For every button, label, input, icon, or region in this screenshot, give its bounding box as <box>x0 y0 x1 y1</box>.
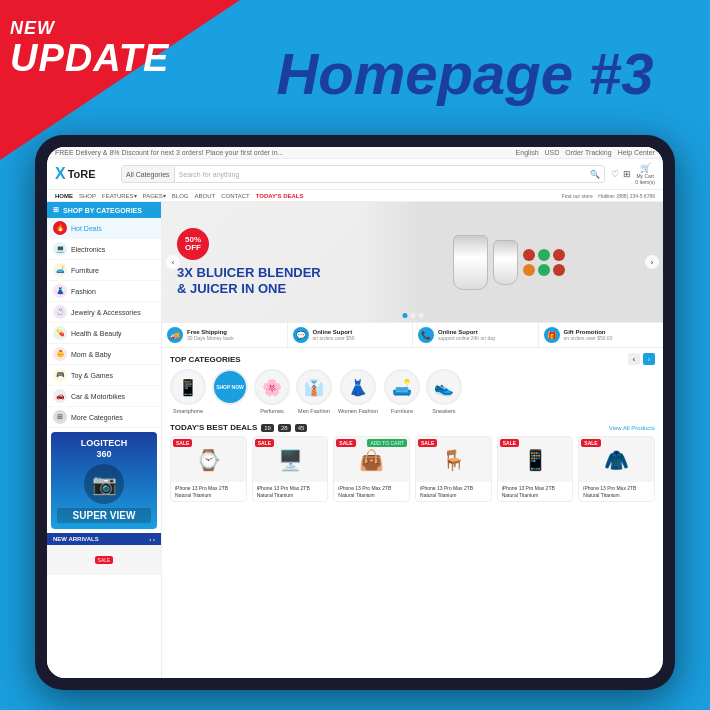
add-to-cart-badge[interactable]: ADD TO CART <box>367 439 407 447</box>
hero-title: 3X BLUICER BLENDER & JUICER IN ONE <box>177 265 321 296</box>
sidebar-item-more[interactable]: ⊞ More Categories <box>47 407 161 428</box>
search-icon[interactable]: 🔍 <box>586 170 604 179</box>
search-category[interactable]: All Categories <box>122 166 175 182</box>
banner-dot-2[interactable] <box>410 313 415 318</box>
cart-button[interactable]: 🛒 My Cart 0 Item(s) <box>635 163 655 185</box>
sidebar-dot-mom: 👶 <box>53 347 67 361</box>
feature-gift-desc: on orders over $50 00 <box>564 335 613 341</box>
hero-image <box>362 202 663 322</box>
compare-icon[interactable]: ⊞ <box>623 169 631 179</box>
cat-circle-smartphone: 📱 <box>170 369 206 405</box>
feature-shipping-desc: 30 Days Money back <box>187 335 234 341</box>
fruit-green2 <box>538 264 550 276</box>
banner-next-button[interactable]: › <box>645 255 659 269</box>
topbar-currency[interactable]: USD <box>545 149 560 156</box>
fruit-apple1 <box>523 249 535 261</box>
nav-shop[interactable]: SHOP <box>79 193 96 199</box>
sidebar-item-mom[interactable]: 👶 Mom & Baby <box>47 344 161 365</box>
banner-dot-1[interactable] <box>402 313 407 318</box>
deal-info-2: iPhone 13 Pro Max 2TB Natural Titanium <box>253 482 328 501</box>
hotline: Hotline: (888) 234-5 6789 <box>598 193 655 199</box>
nav-pages[interactable]: PAGES▾ <box>143 192 166 199</box>
deal-info-1: iPhone 13 Pro Max 2TB Natural Titanium <box>171 482 246 501</box>
nav-deals[interactable]: TODAY'S DEALS <box>256 193 304 199</box>
sidebar-item-furniture[interactable]: 🛋️ Furniture <box>47 260 161 281</box>
cat-circle-perfumes: 🌸 <box>254 369 290 405</box>
sidebar-dot-hot: 🔥 <box>53 221 67 235</box>
cat-shop-now[interactable]: SHOP NOW <box>212 369 248 414</box>
feature-support1-text: Online Suport on orders over $50 <box>313 329 355 341</box>
sidebar-dot-health: 💊 <box>53 326 67 340</box>
find-store[interactable]: Find our store <box>562 193 593 199</box>
deal-card-4[interactable]: 🪑 SALE iPhone 13 Pro Max 2TB Natural Tit… <box>415 436 492 502</box>
cat-label-men: Men Fashion <box>298 408 330 414</box>
categories-prev[interactable]: ‹ <box>628 353 640 365</box>
sidebar-item-health[interactable]: 💊 Health & Beauty <box>47 323 161 344</box>
categories-next[interactable]: › <box>643 353 655 365</box>
sale-badge-5: SALE <box>500 439 519 447</box>
cat-furniture[interactable]: 🛋️ Furniture <box>384 369 420 414</box>
deal-card-6[interactable]: 🧥 SALE iPhone 13 Pro Max 2TB Natural Tit… <box>578 436 655 502</box>
cat-label-furniture: Furniture <box>391 408 413 414</box>
sidebar-item-car[interactable]: 🚗 Car & Motorbikes <box>47 386 161 407</box>
sale-badge-new: SALE <box>95 556 114 564</box>
deal-card-3[interactable]: 👜 SALE ADD TO CART iPhone 13 Pro Max 2TB… <box>333 436 410 502</box>
deal-info-3: iPhone 13 Pro Max 2TB Natural Titanium <box>334 482 409 501</box>
cat-women-fashion[interactable]: 👗 Women Fashion <box>338 369 378 414</box>
nav-home[interactable]: HOME <box>55 193 73 199</box>
nav-about[interactable]: ABOUT <box>195 193 216 199</box>
new-arrivals-nav[interactable]: ‹ › <box>149 536 155 542</box>
deal-name-6: iPhone 13 Pro Max 2TB Natural Titanium <box>583 485 650 498</box>
fruit-apple2 <box>553 249 565 261</box>
wishlist-icon[interactable]: ♡ <box>611 169 619 179</box>
banner-dot-3[interactable] <box>418 313 423 318</box>
features-strip: 🚚 Free Shipping 30 Days Money back 💬 Onl… <box>162 322 663 348</box>
logo-x: X <box>55 165 66 183</box>
nav-blog[interactable]: BLOG <box>172 193 189 199</box>
deals-row: ⌚ SALE iPhone 13 Pro Max 2TB Natural Tit… <box>170 436 655 502</box>
sidebar-label-jew: Jewelry & Accessories <box>71 309 141 316</box>
cat-sneakers[interactable]: 👟 Sneakers <box>426 369 462 414</box>
topbar-help[interactable]: Help Center <box>618 149 655 156</box>
blender-visual <box>453 235 573 290</box>
blender-shape <box>453 235 488 290</box>
banner-dots <box>402 313 423 318</box>
cat-label-perfumes: Perfumes <box>260 408 284 414</box>
deal-info-5: iPhone 13 Pro Max 2TB Natural Titanium <box>498 482 573 501</box>
sidebar-item-hot-deals[interactable]: 🔥 Hot Deals <box>47 218 161 239</box>
categories-row: 📱 Smartphone SHOP NOW 🌸 Perfumes 👔 <box>170 369 655 414</box>
support2-icon: 📞 <box>418 327 434 343</box>
view-all-link[interactable]: View All Products <box>609 425 655 431</box>
sale-badge-3: SALE <box>336 439 355 447</box>
sidebar: ⊞ SHOP BY CATEGORIES 🔥 Hot Deals 💻 Elect… <box>47 202 162 678</box>
feature-shipping-text: Free Shipping 30 Days Money back <box>187 329 234 341</box>
nav-features[interactable]: FEATURES▾ <box>102 192 137 199</box>
deal-name-2: iPhone 13 Pro Max 2TB Natural Titanium <box>257 485 324 498</box>
search-bar[interactable]: All Categories Search for anything 🔍 <box>121 165 605 183</box>
topbar-lang[interactable]: English <box>516 149 539 156</box>
deals-section: TODAY'S BEST DEALS 19 28 45 View All Pro… <box>162 419 663 506</box>
sidebar-item-electronics[interactable]: 💻 Electronics <box>47 239 161 260</box>
topbar-tracking[interactable]: Order Tracking <box>565 149 611 156</box>
deal-card-2[interactable]: 🖥️ SALE iPhone 13 Pro Max 2TB Natural Ti… <box>252 436 329 502</box>
deal-card-1[interactable]: ⌚ SALE iPhone 13 Pro Max 2TB Natural Tit… <box>170 436 247 502</box>
topbar-promo: FREE Delivery & 8% Discount for next 3 o… <box>55 149 283 156</box>
sidebar-item-fashion[interactable]: 👗 Fashion <box>47 281 161 302</box>
cat-men-fashion[interactable]: 👔 Men Fashion <box>296 369 332 414</box>
logo[interactable]: X ToRE <box>55 165 115 183</box>
search-input[interactable]: Search for anything <box>175 166 587 182</box>
banner-prev-button[interactable]: ‹ <box>166 255 180 269</box>
gift-icon: 🎁 <box>544 327 560 343</box>
deal-name-4: iPhone 13 Pro Max 2TB Natural Titanium <box>420 485 487 498</box>
sidebar-item-jewelry[interactable]: 💍 Jewelry & Accessories <box>47 302 161 323</box>
timer-mins: 28 <box>278 424 291 432</box>
cat-circle-sneakers: 👟 <box>426 369 462 405</box>
new-label: NEW <box>10 18 169 39</box>
cat-smartphone[interactable]: 📱 Smartphone <box>170 369 206 414</box>
cat-perfumes[interactable]: 🌸 Perfumes <box>254 369 290 414</box>
sidebar-item-toys[interactable]: 🎮 Toy & Games <box>47 365 161 386</box>
store-header: FREE Delivery & 8% Discount for next 3 o… <box>47 147 663 202</box>
feature-support2-desc: support online 24h on day <box>438 335 496 341</box>
nav-contact[interactable]: CONTACT <box>221 193 250 199</box>
deal-card-5[interactable]: 📱 SALE iPhone 13 Pro Max 2TB Natural Tit… <box>497 436 574 502</box>
